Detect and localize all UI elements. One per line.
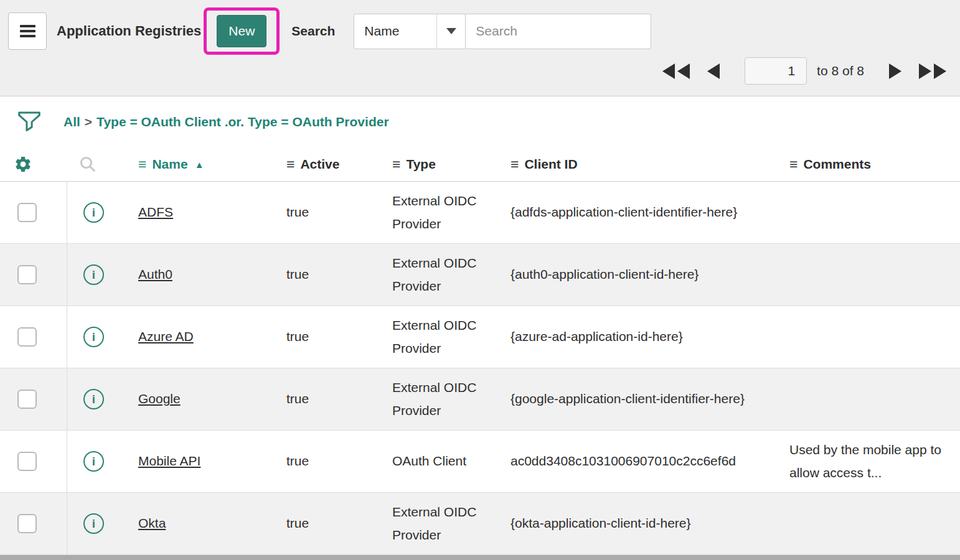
type-cell: External OIDC Provider (392, 252, 511, 298)
next-page-icon (889, 63, 901, 79)
client-id-cell: ac0dd3408c1031006907010c2cc6ef6d (511, 450, 784, 473)
column-menu-icon-client-id[interactable]: ≡ (511, 157, 519, 172)
hamburger-menu-icon (20, 22, 35, 40)
type-cell: External OIDC Provider (392, 376, 511, 422)
type-cell: External OIDC Provider (392, 190, 511, 236)
record-link[interactable]: Google (138, 391, 181, 406)
client-id-cell: {google-application-client-identifier-he… (511, 388, 784, 411)
next-page-button[interactable] (889, 63, 901, 79)
column-header-client-id[interactable]: Client ID (524, 157, 577, 172)
type-cell: OAuth Client (392, 450, 511, 473)
filter-bar: All>Type = OAuth Client .or. Type = OAut… (0, 96, 960, 147)
last-page-button[interactable] (919, 63, 946, 79)
list-header-row: ≡ Name ▲ ≡ Active ≡ Type ≡ Client ID ≡ C… (0, 147, 960, 182)
filter-funnel-icon[interactable] (17, 111, 41, 133)
column-header-type[interactable]: Type (406, 157, 435, 172)
list-search-icon[interactable] (78, 155, 97, 174)
table-row: i Azure AD true External OIDC Provider {… (0, 306, 960, 368)
active-cell: true (286, 263, 392, 286)
previous-page-icon (707, 63, 720, 79)
column-header-comments[interactable]: Comments (803, 157, 871, 172)
active-cell: true (286, 201, 392, 224)
table-row: i Mobile API true OAuth Client ac0dd3408… (0, 431, 960, 493)
record-link[interactable]: Okta (138, 516, 166, 530)
row-checkbox[interactable] (17, 265, 37, 284)
info-icon[interactable]: i (83, 264, 104, 285)
info-icon[interactable]: i (83, 451, 104, 472)
active-cell: true (286, 512, 392, 535)
menu-button[interactable] (8, 12, 47, 50)
table-row: i ADFS true External OIDC Provider {adfd… (0, 182, 960, 244)
info-icon[interactable]: i (83, 202, 104, 223)
row-checkbox[interactable] (17, 452, 37, 471)
column-menu-icon-type[interactable]: ≡ (392, 157, 400, 172)
active-cell: true (286, 450, 392, 473)
row-checkbox[interactable] (17, 327, 37, 347)
table-row: i Okta true External OIDC Provider {okta… (0, 493, 960, 555)
first-page-icon (662, 63, 690, 79)
table-row: i Google true External OIDC Provider {go… (0, 368, 960, 431)
row-checkbox[interactable] (17, 514, 37, 533)
column-menu-icon-comments[interactable]: ≡ (789, 157, 798, 172)
last-page-icon (919, 63, 946, 79)
info-icon[interactable]: i (83, 513, 104, 534)
row-checkbox[interactable] (17, 390, 37, 409)
record-link[interactable]: Azure AD (138, 329, 194, 343)
client-id-cell: {auth0-application-client-id-here} (511, 263, 784, 286)
first-page-button[interactable] (662, 63, 690, 79)
record-link[interactable]: Mobile API (138, 454, 200, 468)
comments-cell: Used by the mobile app to allow access t… (784, 439, 960, 485)
record-link[interactable]: ADFS (138, 205, 173, 219)
breadcrumb-separator: > (80, 114, 96, 129)
search-input[interactable] (466, 14, 651, 49)
column-menu-icon-active[interactable]: ≡ (286, 157, 294, 172)
bottom-scrollbar-strip[interactable] (0, 555, 960, 560)
column-menu-icon-name[interactable]: ≡ (138, 157, 146, 172)
client-id-cell: {okta-application-client-id-here} (511, 512, 784, 535)
pagination-bar: to 8 of 8 (0, 55, 960, 87)
search-field-select[interactable]: Name (354, 14, 466, 49)
breadcrumb-condition-link[interactable]: Type = OAuth Client .or. Type = OAuth Pr… (96, 114, 388, 129)
column-header-name[interactable]: Name (152, 157, 187, 172)
type-cell: External OIDC Provider (392, 501, 511, 547)
info-icon[interactable]: i (83, 389, 104, 409)
chevron-down-icon (446, 28, 456, 34)
column-header-active[interactable]: Active (300, 157, 339, 172)
record-link[interactable]: Auth0 (138, 267, 172, 281)
new-button[interactable]: New (217, 15, 266, 47)
previous-page-button[interactable] (707, 63, 720, 79)
search-label: Search (291, 24, 335, 39)
active-cell: true (286, 388, 392, 411)
breadcrumb-all-link[interactable]: All (64, 114, 80, 129)
page-title: Application Registries (57, 23, 201, 39)
client-id-cell: {adfds-application-client-identifier-her… (511, 201, 784, 224)
client-id-cell: {azure-ad-application-id-here} (511, 325, 784, 348)
gear-icon[interactable] (14, 155, 32, 174)
table-row: i Auth0 true External OIDC Provider {aut… (0, 244, 960, 306)
sort-ascending-icon: ▲ (195, 159, 204, 170)
select-caret-zone[interactable] (436, 14, 465, 49)
list-body: i ADFS true External OIDC Provider {adfd… (0, 182, 960, 555)
search-field-selected-value: Name (364, 24, 399, 39)
info-icon[interactable]: i (83, 327, 104, 347)
annotation-highlight-box: New (204, 7, 280, 54)
active-cell: true (286, 325, 392, 348)
pagination-range-text: to 8 of 8 (817, 63, 864, 78)
header-toolbar: Application Registries New Search Name t… (0, 0, 960, 96)
type-cell: External OIDC Provider (392, 314, 511, 360)
row-checkbox[interactable] (17, 203, 37, 222)
breadcrumb: All>Type = OAuth Client .or. Type = OAut… (64, 114, 389, 129)
page-number-input[interactable] (745, 57, 807, 85)
